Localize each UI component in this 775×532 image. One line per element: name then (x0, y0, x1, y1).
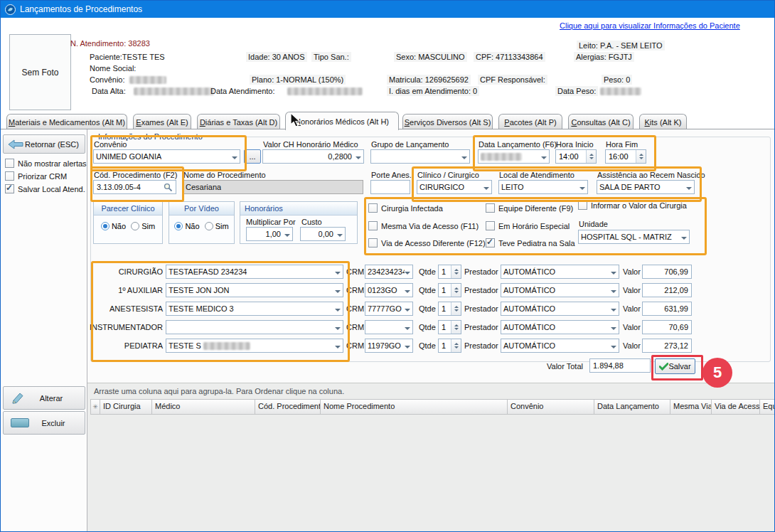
salvar-local-atend-checkbox[interactable] (5, 184, 14, 193)
cirurgiao-name-combo[interactable]: TESTAEFASD 234234 (166, 265, 343, 279)
pediatra-crm-combo[interactable]: 11979GO (365, 339, 413, 353)
spinner-arrows-icon[interactable] (636, 150, 646, 163)
redacted-data-peso (600, 87, 641, 95)
crm-label: CRM (346, 341, 364, 350)
chevron-down-icon (335, 290, 341, 296)
auxiliar-name-combo[interactable]: TESTE JON JON (166, 283, 343, 297)
tab-exames[interactable]: Exames (Alt E) (133, 114, 191, 129)
redacted-data-atendimento (287, 87, 363, 95)
grid-column-data-lancamento[interactable]: Data Lançamento (594, 399, 670, 415)
grupo-lancamento-combo[interactable] (370, 149, 470, 164)
instrumentador-name-combo[interactable] (166, 320, 343, 334)
cirurgiao-crm-combo[interactable]: 2342342340 (365, 265, 413, 279)
custo-combo[interactable]: 0,00 (300, 227, 346, 241)
grid-column-medico[interactable]: Médico (152, 399, 255, 415)
spinner-arrows-icon[interactable] (451, 284, 461, 297)
anestesista-crm-combo[interactable]: 77777GO (365, 302, 413, 316)
pediatra-valor-field[interactable]: 273,12 (642, 339, 692, 353)
sidebar: Retornar (ESC) Não mostrar alertas Prior… (1, 129, 87, 532)
cpf-info: CPF: 47113343864 (474, 52, 545, 62)
parecer-clinico-group: Parecer Clínico Não Sim (93, 201, 163, 244)
grid-column-via-acesso[interactable]: Via de Acesso (712, 399, 760, 415)
spinner-arrows-icon[interactable] (586, 150, 596, 163)
anestesista-qtde-spinner[interactable]: 1 (438, 302, 461, 316)
via-diferente-checkbox[interactable] (368, 238, 378, 248)
nao-mostrar-alertas-checkbox[interactable] (5, 159, 14, 168)
data-lancamento-combo[interactable] (478, 149, 550, 164)
anestesista-name-combo[interactable]: TESTE MEDICO 3 (166, 302, 343, 316)
cirurgiao-valor-field[interactable]: 706,99 (642, 265, 692, 279)
grid-column-id-cirurgia[interactable]: ID Cirurgia (100, 399, 152, 415)
porte-anes-field[interactable] (370, 180, 410, 194)
multiplicar-por-combo[interactable]: 1,00 (246, 227, 293, 241)
informar-valor-checkbox[interactable] (578, 201, 587, 210)
auxiliar-valor-field[interactable]: 212,09 (642, 283, 692, 297)
chevron-down-icon (335, 309, 341, 314)
hora-fim-spinner[interactable]: 16:00 (605, 149, 646, 164)
cirurgia-infectada-checkbox[interactable] (368, 203, 378, 213)
assistencia-combo[interactable]: SALA DE PARTO (597, 180, 695, 194)
parecer-nao-radio[interactable] (101, 222, 109, 230)
tab-materiais[interactable]: Materiais e Medicamentos (Alt M) (6, 114, 127, 129)
spinner-arrows-icon[interactable] (451, 321, 461, 334)
auxiliar-prestador-combo[interactable]: AUTOMÁTICO (501, 283, 619, 297)
mesma-via-checkbox[interactable] (368, 221, 378, 230)
equipe-diferente-checkbox[interactable] (486, 203, 495, 213)
convenio-more-button[interactable]: ... (244, 149, 261, 164)
search-icon[interactable] (164, 183, 173, 192)
spinner-arrows-icon[interactable] (451, 339, 461, 352)
instrumentador-valor-field[interactable]: 70,69 (642, 320, 692, 334)
tab-diarias[interactable]: Diárias e Taxas (Alt D) (197, 114, 280, 129)
spinner-arrows-icon[interactable] (451, 302, 461, 315)
cirurgiao-qtde-spinner[interactable]: 1 (438, 265, 461, 279)
tab-honorarios[interactable]: Honorários Médicos (Alt H) (285, 112, 399, 130)
grid-column-convenio[interactable]: Convênio (508, 399, 594, 415)
auxiliar-crm-combo[interactable]: 0123GO (365, 283, 413, 297)
mesma-via-label: Mesma Via de Acesso (F11) (381, 222, 479, 230)
cod-procedimento-field[interactable]: 3.13.09.05-4 (93, 180, 176, 194)
video-nao-radio[interactable] (174, 222, 183, 230)
auxiliar-qtde-spinner[interactable]: 1 (438, 283, 461, 297)
tab-kits[interactable]: Kits (Alt K) (639, 114, 687, 129)
retornar-button[interactable]: Retornar (ESC) (3, 134, 85, 154)
local-atendimento-combo[interactable]: LEITO (498, 180, 588, 194)
salvar-button[interactable]: Salvar (655, 358, 695, 374)
pediatra-name-combo[interactable]: TESTE S (166, 339, 343, 353)
patient-info-link[interactable]: Clique aqui para visualizar Informações … (560, 21, 740, 30)
tipo-sanguineo-label: Tipo San.: (311, 52, 351, 62)
clinico-cirurgico-combo[interactable]: CIRURGICO (417, 180, 492, 194)
video-sim-radio[interactable] (205, 222, 213, 230)
priorizar-crm-checkbox[interactable] (5, 171, 14, 181)
excluir-button[interactable]: Excluir (3, 411, 85, 435)
convenio-combo[interactable]: UNIMED GOIANIA (93, 149, 240, 164)
grid-column-cod-procedimento[interactable]: Cód. Procedimento (255, 399, 321, 415)
anestesista-prestador-combo[interactable]: AUTOMÁTICO (501, 302, 619, 316)
horario-especial-checkbox[interactable] (486, 221, 495, 230)
grid-column-nome-procedimento[interactable]: Nome Procedimento (321, 399, 508, 415)
window-title: Lançamentos de Procedimentos (20, 4, 142, 14)
tab-servicos[interactable]: Serviços Diversos (Alt S) (402, 114, 493, 129)
unidade-combo[interactable]: HOSPITAL SQL - MATRIZ (578, 230, 690, 244)
valor-label: Valor (623, 304, 641, 313)
sexo-info: Sexo: MASCULINO (394, 52, 467, 62)
grid-column-equipe[interactable]: Equipe (760, 399, 775, 415)
instrumentador-qtde-spinner[interactable]: 1 (438, 320, 461, 334)
hora-inicio-spinner[interactable]: 14:00 (555, 149, 597, 164)
grid-column-mesma-via[interactable]: Mesma Via de Acesso (670, 399, 712, 415)
tab-consultas[interactable]: Consultas (Alt C) (568, 114, 634, 129)
spinner-arrows-icon[interactable] (451, 265, 461, 278)
teve-pediatra-checkbox[interactable] (486, 238, 495, 248)
pediatra-prestador-combo[interactable]: AUTOMÁTICO (501, 339, 619, 353)
pediatra-qtde-spinner[interactable]: 1 (438, 339, 461, 353)
chevron-down-icon (405, 327, 410, 333)
parecer-sim-radio[interactable] (131, 222, 139, 230)
cirurgiao-prestador-combo[interactable]: AUTOMÁTICO (501, 265, 619, 279)
anestesista-valor-field[interactable]: 631,99 (642, 302, 692, 316)
instrumentador-prestador-combo[interactable]: AUTOMÁTICO (501, 320, 619, 334)
alterar-button[interactable]: Alterar (3, 386, 85, 410)
valor-ch-combo[interactable]: 0,2800 (262, 149, 364, 164)
qtde-label: Qtde (419, 267, 436, 276)
tab-pacotes[interactable]: Pacotes (Alt P) (498, 114, 562, 129)
instrumentador-crm-combo[interactable] (365, 320, 413, 334)
por-video-group: Por Vídeo Não Sim (169, 201, 235, 244)
